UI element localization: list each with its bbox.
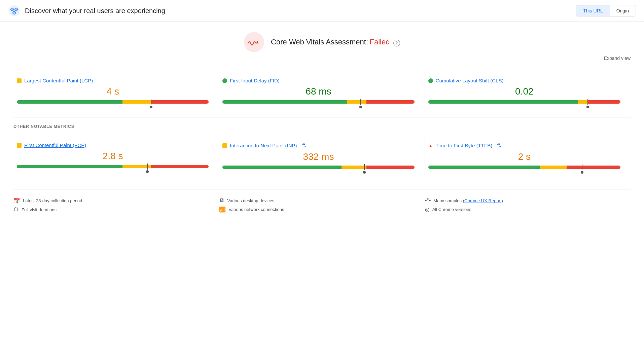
stopwatch-icon: ⏱ <box>13 207 19 213</box>
chrome-ux-report-link[interactable]: Chrome UX Report <box>464 198 502 203</box>
metric-value-lcp: 4 s <box>17 86 209 97</box>
footer-col-0: 📅Latest 28-day collection period⏱Full vi… <box>13 196 219 214</box>
footer-item-1-1: 📶Various network connections <box>219 205 425 214</box>
metric-indicator-dot-cls <box>428 78 433 83</box>
assessment-text: Core Web Vitals Assessment: Failed ? <box>271 38 400 46</box>
progress-bar-track <box>17 100 209 104</box>
assessment-icon <box>244 32 264 52</box>
metric-value-cls: 0.02 <box>428 86 620 97</box>
samples-icon: •°• <box>425 198 431 204</box>
footer-col-1: 🖥Various desktop devices📶Various network… <box>219 196 425 214</box>
metric-indicator-square-lcp <box>17 78 22 83</box>
metric-card-inp: Interaction to Next Paint (INP)⚗332 ms <box>219 136 425 179</box>
progress-marker <box>150 99 152 108</box>
cwv-squiggle-icon <box>247 37 261 47</box>
bar-segment-orange <box>540 166 567 169</box>
metric-indicator-square-inp <box>222 143 227 148</box>
this-url-button[interactable]: This URL <box>576 5 609 16</box>
progress-bar-track <box>222 100 414 104</box>
metric-name-fcp[interactable]: First Contentful Paint (FCP) <box>24 142 86 148</box>
metric-card-cls: Cumulative Layout Shift (CLS)0.02 <box>425 71 631 114</box>
footer-col-2: •°•Many samples (Chrome UX Report)◎All C… <box>425 196 631 214</box>
main-content: Core Web Vitals Assessment: Failed ? Exp… <box>0 22 644 224</box>
metric-header-fid: First Input Delay (FID) <box>222 78 414 83</box>
progress-marker <box>146 164 149 173</box>
bar-segment-green <box>17 165 122 168</box>
metric-header-inp: Interaction to Next Paint (INP)⚗ <box>222 142 414 149</box>
progress-bar-track <box>428 100 620 104</box>
network-icon: 📶 <box>219 206 226 213</box>
bar-segment-orange <box>347 100 366 104</box>
metric-value-ttfb: 2 s <box>428 151 620 162</box>
metric-header-ttfb: ▲Time to First Byte (TTFB)⚗ <box>428 142 620 149</box>
help-icon[interactable]: ? <box>393 40 400 46</box>
core-metrics-grid: Largest Contentful Paint (LCP)4 sFirst I… <box>13 71 631 114</box>
progress-bar-track <box>222 166 414 169</box>
metric-card-ttfb: ▲Time to First Byte (TTFB)⚗2 s <box>425 136 631 179</box>
footer-text-1-1: Various network connections <box>228 207 284 212</box>
progress-bar-container <box>222 166 414 169</box>
progress-marker <box>363 164 366 174</box>
metric-header-cls: Cumulative Layout Shift (CLS) <box>428 78 620 83</box>
bar-segment-green <box>222 166 342 169</box>
progress-marker <box>586 99 589 108</box>
metric-header-fcp: First Contentful Paint (FCP) <box>17 142 209 148</box>
progress-marker <box>359 99 362 108</box>
section-divider <box>13 117 631 117</box>
progress-bar-container <box>222 100 414 104</box>
progress-bar-container <box>17 100 209 104</box>
progress-bar-container <box>428 100 620 104</box>
footer-item-0-1: ⏱Full visit durations <box>13 205 219 214</box>
progress-marker <box>581 164 583 174</box>
metric-header-lcp: Largest Contentful Paint (LCP) <box>17 78 209 83</box>
metric-value-fcp: 2.8 s <box>17 151 209 162</box>
progress-bar-container <box>428 166 620 169</box>
metric-name-cls[interactable]: Cumulative Layout Shift (CLS) <box>436 78 504 83</box>
metric-card-fcp: First Contentful Paint (FCP)2.8 s <box>13 136 219 179</box>
progress-bar-container <box>17 165 209 168</box>
metric-indicator-triangle-ttfb: ▲ <box>428 143 433 148</box>
progress-bar-track <box>17 165 209 168</box>
metric-value-fid: 68 ms <box>222 86 414 97</box>
marker-dot <box>586 106 589 108</box>
metric-name-lcp[interactable]: Largest Contentful Paint (LCP) <box>24 78 93 83</box>
svg-point-6 <box>13 12 15 14</box>
marker-dot <box>150 106 152 108</box>
metric-name-inp[interactable]: Interaction to Next Paint (INP) <box>230 143 297 148</box>
flask-icon-inp: ⚗ <box>301 142 306 149</box>
bar-segment-red <box>366 166 415 169</box>
metric-card-fid: First Input Delay (FID)68 ms <box>219 71 425 114</box>
metric-indicator-dot-fid <box>222 78 227 83</box>
marker-dot <box>146 170 149 173</box>
marker-line <box>151 99 151 105</box>
footer-text-1-0: Various desktop devices <box>227 198 274 203</box>
marker-line <box>147 164 148 170</box>
metric-indicator-square-fcp <box>17 143 22 148</box>
marker-dot <box>581 171 583 174</box>
marker-dot <box>363 171 366 174</box>
bar-segment-red <box>567 166 620 169</box>
other-metrics-grid: First Contentful Paint (FCP)2.8 sInterac… <box>13 136 631 179</box>
footer-item-1-0: 🖥Various desktop devices <box>219 196 425 205</box>
footer-info: 📅Latest 28-day collection period⏱Full vi… <box>13 189 631 214</box>
svg-point-4 <box>11 8 13 10</box>
marker-line <box>364 164 365 170</box>
footer-item-2-1: ◎All Chrome versions <box>425 205 631 214</box>
metric-card-lcp: Largest Contentful Paint (LCP)4 s <box>13 71 219 114</box>
metric-name-ttfb[interactable]: Time to First Byte (TTFB) <box>436 143 493 148</box>
footer-item-2-0: •°•Many samples (Chrome UX Report) <box>425 196 631 205</box>
bar-segment-green <box>17 100 122 104</box>
marker-line <box>360 99 361 105</box>
bar-segment-red <box>151 165 209 168</box>
expand-view[interactable]: Expand view <box>13 56 631 61</box>
origin-button[interactable]: Origin <box>610 5 636 16</box>
progress-bar-track <box>428 166 620 169</box>
bar-segment-green <box>222 100 347 104</box>
metric-value-inp: 332 ms <box>222 151 414 162</box>
bar-segment-red <box>366 100 415 104</box>
svg-point-0 <box>9 5 20 16</box>
logo-icon <box>8 5 20 17</box>
bar-segment-green <box>428 166 540 169</box>
metric-name-fid[interactable]: First Input Delay (FID) <box>230 78 280 83</box>
footer-text-2-0: Many samples (Chrome UX Report) <box>433 198 503 203</box>
